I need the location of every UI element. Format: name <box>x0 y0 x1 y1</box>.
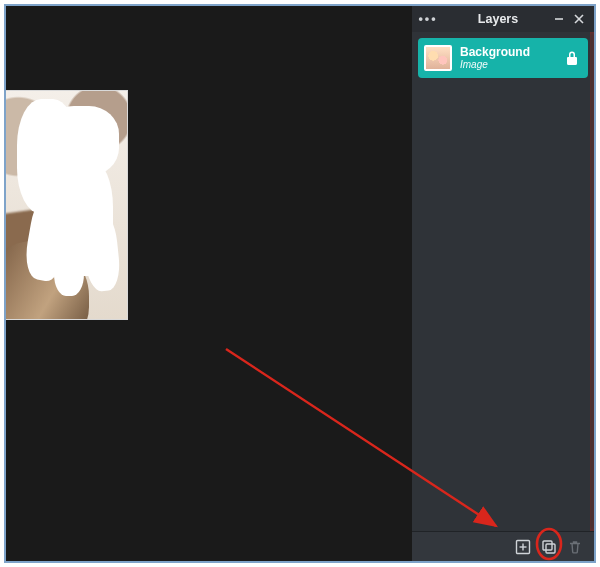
layers-list-empty <box>412 78 594 531</box>
layer-type: Image <box>460 59 564 70</box>
svg-rect-6 <box>543 541 552 550</box>
panel-title: Layers <box>444 12 552 26</box>
canvas-area[interactable] <box>6 6 412 561</box>
layers-panel: ••• Layers Background Image <box>412 6 594 561</box>
layers-panel-footer <box>412 531 594 561</box>
delete-layer-icon <box>567 539 583 555</box>
panel-close-button[interactable] <box>572 12 586 26</box>
layer-name: Background <box>460 46 564 59</box>
add-layer-icon <box>515 539 531 555</box>
layers-panel-header: ••• Layers <box>412 6 594 32</box>
layer-row-background[interactable]: Background Image <box>418 38 588 78</box>
minus-icon <box>553 13 565 25</box>
duplicate-layer-button[interactable] <box>540 538 558 556</box>
lock-icon[interactable] <box>564 50 580 66</box>
panel-minimize-button[interactable] <box>552 12 566 26</box>
duplicate-layer-icon <box>541 539 557 555</box>
canvas-image[interactable] <box>4 90 128 320</box>
svg-rect-7 <box>546 544 555 553</box>
add-layer-button[interactable] <box>514 538 532 556</box>
delete-layer-button[interactable] <box>566 538 584 556</box>
layer-text: Background Image <box>460 46 564 70</box>
panel-menu-button[interactable]: ••• <box>412 12 444 26</box>
panel-scroll-edge <box>590 32 594 531</box>
x-icon <box>573 13 585 25</box>
layer-thumbnail <box>424 45 452 71</box>
app-frame: ••• Layers Background Image <box>4 4 596 563</box>
